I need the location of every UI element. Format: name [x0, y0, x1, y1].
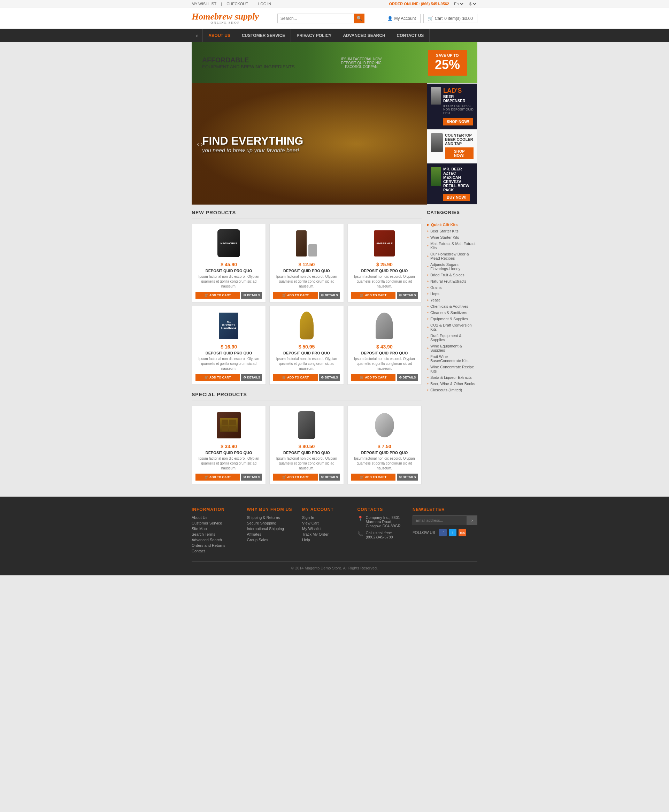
footer-my-account-title: MY ACCOUNT — [302, 507, 351, 512]
add-to-cart-btn-2[interactable]: 🛒 ADD TO CART — [273, 292, 318, 299]
nav-privacy-policy[interactable]: PRIVACY POLICY — [291, 29, 337, 42]
category-natural-fruit[interactable]: » Natural Fruit Extracts — [427, 278, 477, 284]
category-adjuncts[interactable]: » Adjuncts-Sugars-Flavorings-Honey — [427, 261, 477, 272]
language-select[interactable]: En — [453, 2, 464, 6]
footer-link-secure-shopping[interactable]: Secure Shopping — [247, 521, 296, 525]
category-label-16: Wine Equipment & Supplies — [430, 344, 477, 352]
footer-link-about[interactable]: About Us — [192, 515, 240, 519]
category-equipment[interactable]: » Equipment & Supplies — [427, 316, 477, 322]
add-to-cart-btn-1[interactable]: 🛒 ADD TO CART — [195, 292, 240, 299]
details-btn-2[interactable]: ⚙ DETAILS — [319, 292, 340, 299]
details-label-5: DETAILS — [325, 376, 338, 379]
add-to-cart-btn-3[interactable]: 🛒 ADD TO CART — [351, 292, 395, 299]
footer-link-track-order[interactable]: Track My Order — [302, 532, 351, 536]
category-closeouts[interactable]: » Closeouts (limited) — [427, 387, 477, 393]
footer-link-contact[interactable]: Contact — [192, 549, 240, 553]
category-soda[interactable]: » Soda & Liqueur Extracts — [427, 374, 477, 380]
category-quick-gift-kits[interactable]: ▶ Quick Gift Kits — [427, 222, 477, 228]
search-input[interactable] — [277, 13, 354, 24]
search-button[interactable]: 🔍 — [354, 13, 365, 24]
product-price-6: $ 43.90 — [351, 344, 418, 350]
cooler-shop-btn[interactable]: SHOP NOW! — [445, 148, 474, 159]
footer-link-orders-returns[interactable]: Orders and Returns — [192, 543, 240, 548]
rss-icon[interactable]: rss — [459, 529, 466, 536]
login-link[interactable]: LOG IN — [258, 2, 271, 6]
category-arrow-icon-6: » — [427, 273, 429, 277]
category-chemicals[interactable]: » Chemicals & Additives — [427, 303, 477, 309]
special-add-to-cart-btn-1[interactable]: 🛒 ADD TO CART — [195, 474, 240, 481]
category-yeast[interactable]: » Yeast — [427, 297, 477, 303]
category-wine-starter-kits[interactable]: » Wine Starter Kits — [427, 234, 477, 240]
footer-link-help[interactable]: Help — [302, 538, 351, 542]
category-beer-starter-kits[interactable]: » Beer Starter Kits — [427, 228, 477, 234]
add-to-cart-label-3: ADD TO CART — [365, 293, 387, 297]
category-dried-fruit[interactable]: » Dried Fruit & Spices — [427, 272, 477, 278]
details-icon-6: ⚙ — [399, 376, 402, 379]
category-fruit-wine[interactable]: » Fruit Wine Base/Concentrate Kits — [427, 353, 477, 364]
category-draft-equipment[interactable]: » Draft Equipment & Supplies — [427, 333, 477, 343]
logo[interactable]: Homebrew supply ONLINE SHOP — [192, 12, 259, 24]
newsletter-email-input[interactable] — [413, 515, 467, 525]
twitter-icon[interactable]: t — [449, 529, 456, 536]
category-hops[interactable]: » Hops — [427, 291, 477, 297]
beer-dispenser-shop-btn[interactable]: SHOP NOW! — [443, 118, 473, 126]
currency-select[interactable]: $ — [468, 2, 477, 6]
mr-beer-buy-btn[interactable]: BUY NOW! — [443, 194, 470, 201]
details-btn-4[interactable]: ⚙ DETAILS — [241, 374, 262, 381]
footer-link-view-cart[interactable]: View Cart — [302, 521, 351, 525]
checkout-link[interactable]: CHECKOUT — [227, 2, 248, 6]
nav-customer-service[interactable]: CUSTOMER SERVICE — [236, 29, 291, 42]
details-btn-3[interactable]: ⚙ DETAILS — [397, 292, 418, 299]
footer-link-shipping[interactable]: Shipping & Returns — [247, 515, 296, 519]
category-label-13: Equipment & Supplies — [430, 317, 468, 321]
add-to-cart-btn-4[interactable]: 🛒 ADD TO CART — [195, 374, 240, 381]
category-label-21: Closeouts (limited) — [430, 388, 462, 392]
details-btn-6[interactable]: ⚙ DETAILS — [397, 374, 418, 381]
footer-link-international[interactable]: International Shipping — [247, 526, 296, 531]
category-wine-concentrate[interactable]: » Wine Concentrate Recipe Kits — [427, 364, 477, 374]
category-malt-extract[interactable]: » Malt Extract & Malt Extract Kits — [427, 240, 477, 251]
category-arrow-icon-4: » — [427, 254, 429, 258]
special-product-3: $ 7.50 DEPOSIT QUID PRO QUO Ipsum factor… — [347, 406, 422, 484]
details-icon-5: ⚙ — [321, 376, 324, 379]
special-add-to-cart-btn-2[interactable]: 🛒 ADD TO CART — [273, 474, 318, 481]
my-account-button[interactable]: 👤 My Account — [383, 14, 420, 23]
special-details-btn-2[interactable]: ⚙ DETAILS — [319, 474, 340, 481]
category-wine-equipment[interactable]: » Wine Equipment & Supplies — [427, 343, 477, 353]
category-grains[interactable]: » Grains — [427, 284, 477, 291]
special-add-to-cart-btn-3[interactable]: 🛒 ADD TO CART — [351, 474, 395, 481]
nav-home[interactable]: ⌂ — [192, 29, 203, 42]
hero-arrows[interactable]: ‹ › — [197, 140, 203, 148]
details-btn-5[interactable]: ⚙ DETAILS — [319, 374, 340, 381]
nav-advanced-search[interactable]: ADVANCED SEARCH — [337, 29, 391, 42]
footer-link-group-sales[interactable]: Group Sales — [247, 538, 296, 542]
footer-link-my-wishlist[interactable]: My Wishlist — [302, 526, 351, 531]
special-details-btn-3[interactable]: ⚙ DETAILS — [397, 474, 418, 481]
product-price-4: $ 16.90 — [195, 344, 262, 350]
category-cleaners[interactable]: » Cleaners & Sanitizers — [427, 309, 477, 316]
nav-about-us[interactable]: ABOUT US — [203, 29, 236, 42]
details-btn-1[interactable]: ⚙ DETAILS — [241, 292, 262, 299]
footer-link-affiliates[interactable]: Affiliates — [247, 532, 296, 536]
categories-title: CATEGORIES — [427, 210, 477, 218]
product-desc-2: Ipsum factorial non dic escorol. Olypian… — [273, 274, 340, 289]
wishlist-link[interactable]: MY WISHLIST — [192, 2, 216, 6]
nav-contact-us[interactable]: CONTACT US — [391, 29, 430, 42]
facebook-icon[interactable]: f — [439, 529, 447, 536]
add-to-cart-btn-5[interactable]: 🛒 ADD TO CART — [273, 374, 318, 381]
keg2-image — [298, 411, 315, 439]
footer-information: INFORMATION About Us Customer Service Si… — [192, 507, 240, 555]
footer-link-sign-in[interactable]: Sign In — [302, 515, 351, 519]
newsletter-submit-btn[interactable]: › — [467, 515, 477, 525]
footer-link-site-map[interactable]: Site Map — [192, 526, 240, 531]
category-books[interactable]: » Beer, Wine & Other Books — [427, 380, 477, 387]
banner-middle: IPSUM FACTORIAL NOW DEPOSIT QUID PRO HIC… — [333, 57, 389, 69]
category-co2[interactable]: » CO2 & Draft Conversion Kits — [427, 322, 477, 333]
footer-link-search-terms[interactable]: Search Terms — [192, 532, 240, 536]
category-homebrew-recipes[interactable]: » Our Homebrew Beer & Mead Recipes — [427, 251, 477, 261]
cart-button[interactable]: 🛒 Cart 0 item(s) $0.00 — [424, 14, 477, 23]
add-to-cart-btn-6[interactable]: 🛒 ADD TO CART — [351, 374, 395, 381]
footer-link-advanced-search[interactable]: Advanced Search — [192, 538, 240, 542]
footer-link-customer-service[interactable]: Customer Service — [192, 521, 240, 525]
special-details-btn-1[interactable]: ⚙ DETAILS — [241, 474, 262, 481]
